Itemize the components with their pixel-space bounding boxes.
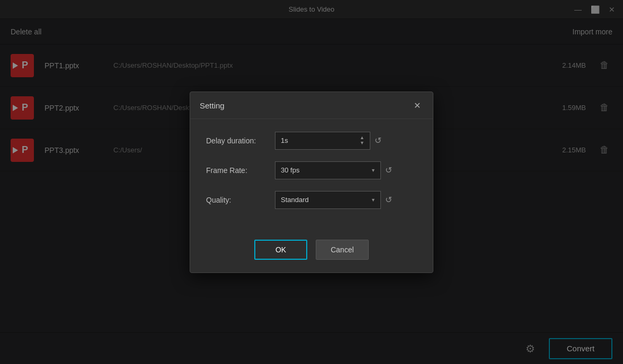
delay-label: Delay duration: [206, 136, 275, 145]
frame-rate-select[interactable]: 15 fps 24 fps 30 fps 60 fps [275, 161, 381, 179]
delay-duration-row: Delay duration: 1s ▲ ▼ ↺ [206, 132, 417, 150]
quality-select[interactable]: Low Standard High Ultra [275, 191, 381, 209]
cancel-button[interactable]: Cancel [316, 240, 369, 260]
setting-modal: Setting ✕ Delay duration: 1s ▲ ▼ [190, 92, 433, 273]
frame-rate-reset-button[interactable]: ↺ [385, 165, 392, 175]
quality-select-wrap: Low Standard High Ultra [275, 191, 381, 209]
delay-control-wrap: 1s ▲ ▼ ↺ [275, 132, 417, 150]
delay-reset-button[interactable]: ↺ [375, 135, 381, 145]
main-window: Slides to Video — ⬜ ✕ Delete all Import … [0, 0, 623, 364]
quality-label: Quality: [206, 196, 275, 204]
modal-title: Setting [200, 101, 225, 110]
spinner-down-button[interactable]: ▼ [360, 141, 364, 145]
quality-row: Quality: Low Standard High Ultra ↺ [206, 191, 417, 209]
modal-header: Setting ✕ [190, 92, 433, 119]
frame-rate-select-wrap: 15 fps 24 fps 30 fps 60 fps [275, 161, 381, 179]
modal-body: Delay duration: 1s ▲ ▼ ↺ F [190, 119, 433, 231]
spinner-up-button[interactable]: ▲ [360, 135, 364, 140]
quality-control-wrap: Low Standard High Ultra ↺ [275, 191, 417, 209]
delay-value: 1s [281, 136, 288, 144]
frame-rate-row: Frame Rate: 15 fps 24 fps 30 fps 60 fps … [206, 161, 417, 179]
spinner-arrows: ▲ ▼ [360, 135, 364, 145]
delay-spinner: 1s ▲ ▼ [275, 132, 370, 150]
modal-close-button[interactable]: ✕ [411, 99, 423, 112]
frame-rate-control-wrap: 15 fps 24 fps 30 fps 60 fps ↺ [275, 161, 417, 179]
modal-footer: OK Cancel [190, 231, 433, 272]
modal-overlay: Setting ✕ Delay duration: 1s ▲ ▼ [0, 0, 623, 364]
ok-button[interactable]: OK [254, 240, 307, 260]
quality-reset-button[interactable]: ↺ [385, 195, 392, 205]
frame-rate-label: Frame Rate: [206, 166, 275, 175]
